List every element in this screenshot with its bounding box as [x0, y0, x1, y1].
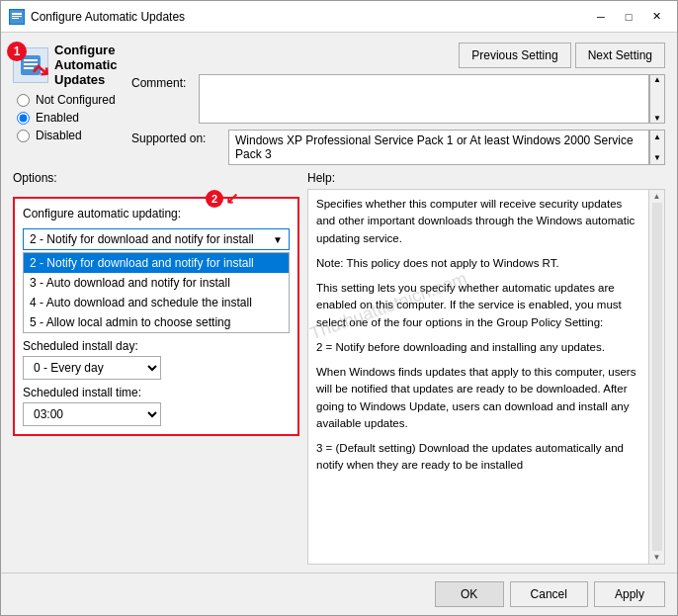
help-para-5: When Windows finds updates that apply to… — [316, 364, 638, 432]
dropdown-item-3[interactable]: 3 - Auto download and notify for install — [24, 273, 289, 293]
left-panel: Options: 2 ↙ Configure automatic updatin… — [13, 171, 299, 565]
help-para-3: This setting lets you specify whether au… — [316, 280, 638, 331]
options-box: 2 ↙ Configure automatic updating: 2 - No… — [13, 197, 299, 436]
help-scrollbar[interactable]: ▲ ▼ — [648, 190, 664, 564]
dropdown-item-5[interactable]: 5 - Allow local admin to choose setting — [24, 312, 289, 332]
options-label: Options: — [13, 171, 299, 185]
help-para-2: Note: This policy does not apply to Wind… — [316, 255, 638, 272]
radio-disabled-input[interactable] — [17, 130, 30, 142]
schedule-day-select[interactable]: 0 - Every day 1 - Sunday 2 - Monday — [23, 356, 161, 380]
radio-group: Not Configured Enabled Disabled — [13, 93, 122, 142]
bottom-bar: OK Cancel Apply — [1, 572, 677, 615]
supported-value: Windows XP Professional Service Pack 1 o… — [228, 130, 649, 165]
window-icon — [9, 9, 25, 25]
badge-2: 2 — [206, 190, 223, 208]
schedule-time-label: Scheduled install time: — [23, 386, 290, 399]
help-text: Specifies whether this computer will rec… — [308, 190, 646, 564]
help-para-1: Specifies whether this computer will rec… — [316, 196, 638, 247]
dropdown-item-4[interactable]: 4 - Auto download and schedule the insta… — [24, 293, 289, 312]
arrow-2: ↙ — [225, 189, 238, 208]
right-panel: Help: Specifies whether this computer wi… — [307, 171, 665, 565]
scroll-up-icon[interactable]: ▲ — [653, 192, 661, 201]
help-para-4: 2 = Notify before downloading and instal… — [316, 339, 638, 356]
supported-label: Supported on: — [131, 130, 220, 145]
previous-setting-button[interactable]: Previous Setting — [459, 43, 570, 68]
apply-button[interactable]: Apply — [594, 581, 665, 607]
two-panels: Options: 2 ↙ Configure automatic updatin… — [13, 171, 665, 565]
help-box: Specifies whether this computer will rec… — [307, 189, 665, 565]
title-bar-left: Configure Automatic Updates — [9, 9, 185, 25]
radio-enabled-input[interactable] — [17, 112, 30, 125]
schedule-time-select[interactable]: 03:00 00:00 01:00 — [23, 402, 161, 426]
dropdown-list: 2 - Notify for download and notify for i… — [23, 252, 290, 333]
title-bar: Configure Automatic Updates ─ □ ✕ — [1, 1, 677, 33]
maximize-button[interactable]: □ — [616, 6, 641, 28]
svg-rect-5 — [24, 59, 38, 61]
radio-disabled[interactable]: Disabled — [17, 129, 122, 142]
schedule-time-row: Scheduled install time: 03:00 00:00 01:0… — [23, 386, 290, 426]
help-label: Help: — [307, 171, 665, 185]
radio-enabled-label: Enabled — [36, 111, 79, 125]
comment-textarea[interactable] — [199, 74, 649, 124]
dropdown-selected[interactable]: 2 - Notify for download and notify for i… — [23, 228, 290, 250]
radio-disabled-label: Disabled — [36, 129, 82, 142]
schedule-day-label: Scheduled install day: — [23, 339, 290, 353]
dropdown-container: 2 - Notify for download and notify for i… — [23, 228, 290, 333]
cancel-button[interactable]: Cancel — [510, 581, 588, 607]
header-title: Configure Automatic Updates — [54, 43, 122, 87]
radio-enabled[interactable]: Enabled — [17, 111, 122, 125]
window-title: Configure Automatic Updates — [31, 10, 185, 24]
badge-1: 1 — [7, 42, 27, 61]
supported-row: Supported on: Windows XP Professional Se… — [131, 130, 665, 165]
badge-2-container: 2 ↙ — [206, 189, 238, 208]
title-controls: ─ □ ✕ — [588, 6, 669, 28]
svg-rect-2 — [12, 16, 22, 17]
dropdown-item-2[interactable]: 2 - Notify for download and notify for i… — [24, 253, 289, 273]
next-setting-button[interactable]: Next Setting — [575, 43, 665, 68]
supported-scrollbar[interactable]: ▲ ▼ — [649, 130, 665, 165]
comment-label: Comment: — [131, 74, 191, 90]
radio-not-configured-label: Not Configured — [36, 93, 116, 107]
schedule-day-row: Scheduled install day: 0 - Every day 1 -… — [23, 339, 290, 380]
dropdown-arrow-icon: ▼ — [273, 234, 283, 245]
scroll-thumb[interactable] — [652, 203, 662, 551]
content-area: 1 ↵ Configure Automatic Updates Not Conf… — [1, 33, 677, 572]
close-button[interactable]: ✕ — [643, 6, 669, 28]
help-para-6: 3 = (Default setting) Download the updat… — [316, 440, 638, 475]
configure-label: Configure automatic updating: — [23, 207, 290, 220]
comment-scrollbar[interactable]: ▲ ▼ — [649, 74, 665, 124]
scroll-down-icon[interactable]: ▼ — [653, 553, 661, 562]
svg-rect-3 — [12, 18, 19, 19]
svg-rect-1 — [12, 13, 22, 15]
ok-button[interactable]: OK — [435, 581, 504, 607]
comment-row: Comment: ▲ ▼ — [131, 74, 665, 124]
minimize-button[interactable]: ─ — [588, 6, 614, 28]
main-window: Configure Automatic Updates ─ □ ✕ — [0, 0, 678, 616]
radio-not-configured-input[interactable] — [17, 94, 30, 107]
radio-not-configured[interactable]: Not Configured — [17, 93, 122, 107]
